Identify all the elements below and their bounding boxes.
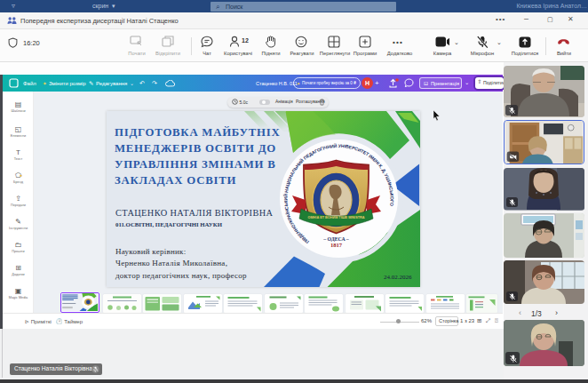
svg-text:ОМНІА ЕТ ВОНИМ ТІШЕ МІNISTRA: ОМНІА ЕТ ВОНИМ ТІШЕ МІNISTRA: [307, 215, 364, 219]
svg-text:СТАЦЕНКО НАТАЛІЯ ВІКТОРІВНА: СТАЦЕНКО НАТАЛІЯ ВІКТОРІВНА: [115, 208, 274, 218]
svg-text:МЕНЕДЖЕРІВ ОСВІТИ ДО: МЕНЕДЖЕРІВ ОСВІТИ ДО: [115, 141, 276, 154]
svg-text:– ОДЕСА –: – ОДЕСА –: [322, 235, 348, 241]
svg-text:Черненко Наталія Миколаївна,: Черненко Наталія Миколаївна,: [115, 259, 227, 267]
svg-text:ЗАКЛАДАХ ОСВІТИ: ЗАКЛАДАХ ОСВІТИ: [115, 173, 236, 186]
svg-text:УПРАВЛІННЯ ЗМІНАМИ В: УПРАВЛІННЯ ЗМІНАМИ В: [115, 157, 275, 170]
svg-text:1817: 1817: [330, 242, 342, 248]
svg-text:доктор педагогічних наук, проф: доктор педагогічних наук, професор: [115, 270, 247, 279]
svg-text:ПІДГОТОВКА МАЙБУТНІХ: ПІДГОТОВКА МАЙБУТНІХ: [115, 125, 280, 138]
svg-text:Науковий керівник:: Науковий керівник:: [115, 246, 186, 255]
svg-text:24.02.2026: 24.02.2026: [384, 274, 412, 281]
svg-text:011.ОСВІТНІ, ПЕДАГОГІЧНІ НАУКИ: 011.ОСВІТНІ, ПЕДАГОГІЧНІ НАУКИ: [115, 221, 223, 227]
